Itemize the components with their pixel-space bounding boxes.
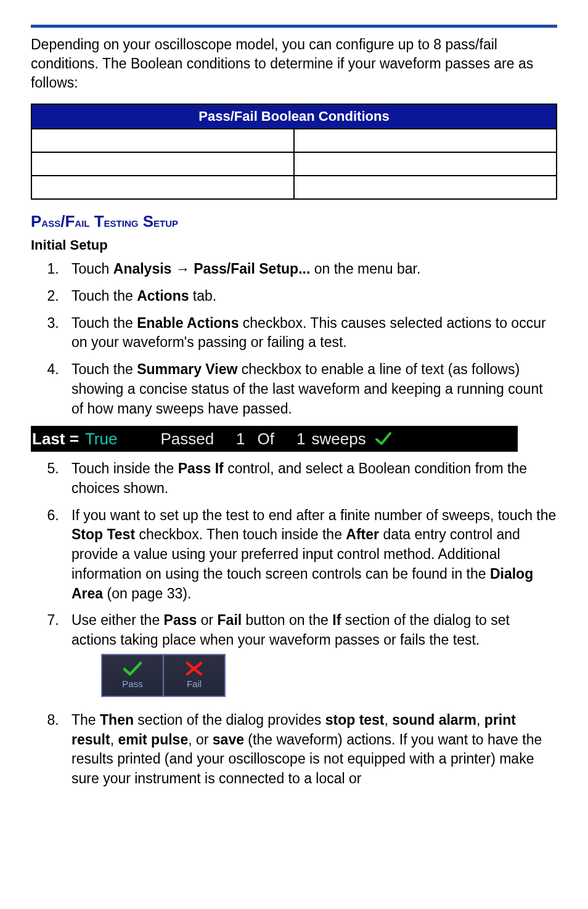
summary-last-label: Last = — [32, 430, 79, 449]
table-row — [31, 129, 557, 152]
fail-button-label: Fail — [187, 678, 202, 691]
summary-status-bar: Last = True Passed 1 Of 1 sweeps — [31, 426, 518, 452]
table-cell — [31, 176, 294, 199]
step-5: Touch inside the Pass If control, and se… — [63, 459, 557, 498]
step-2: Touch the Actions tab. — [63, 287, 557, 306]
summary-passed-label: Passed — [160, 430, 214, 449]
table-header: Pass/Fail Boolean Conditions — [31, 104, 557, 129]
steps-list-cont: Touch inside the Pass If control, and se… — [31, 459, 557, 789]
section-heading: Pass/Fail Testing Setup — [31, 212, 557, 231]
step-1: Touch Analysis → Pass/Fail Setup... on t… — [63, 259, 557, 279]
table-cell — [294, 176, 557, 199]
summary-of-label: Of — [258, 430, 274, 449]
intro-paragraph: Depending on your oscilloscope model, yo… — [31, 35, 557, 92]
steps-list: Touch Analysis → Pass/Fail Setup... on t… — [31, 259, 557, 418]
pass-check-icon — [122, 661, 143, 677]
table-row — [31, 152, 557, 176]
step-4: Touch the Summary View checkbox to enabl… — [63, 360, 557, 418]
step-8: The Then section of the dialog provides … — [63, 711, 557, 789]
fail-x-icon — [184, 661, 205, 677]
table-cell — [294, 129, 557, 152]
pass-button[interactable]: Pass — [102, 655, 163, 696]
table-cell — [31, 152, 294, 176]
table-cell — [294, 152, 557, 176]
step-3: Touch the Enable Actions checkbox. This … — [63, 314, 557, 353]
pass-button-label: Pass — [122, 678, 142, 691]
step-7: Use either the Pass or Fail button on th… — [63, 611, 557, 703]
pass-fail-buttons: Pass Fail — [101, 654, 226, 697]
summary-sweeps-label: sweeps — [312, 430, 366, 449]
fail-button[interactable]: Fail — [163, 655, 224, 696]
step-6: If you want to set up the test to end af… — [63, 506, 557, 604]
subheading-initial-setup: Initial Setup — [31, 237, 557, 253]
summary-last-value: True — [85, 430, 118, 449]
document-page: Depending on your oscilloscope model, yo… — [0, 0, 588, 821]
summary-count-a: 1 — [236, 430, 245, 449]
boolean-conditions-table: Pass/Fail Boolean Conditions — [31, 104, 557, 200]
top-divider — [31, 25, 557, 28]
table-row — [31, 176, 557, 199]
table-cell — [31, 129, 294, 152]
checkmark-icon — [375, 430, 392, 447]
summary-count-b: 1 — [296, 430, 305, 449]
